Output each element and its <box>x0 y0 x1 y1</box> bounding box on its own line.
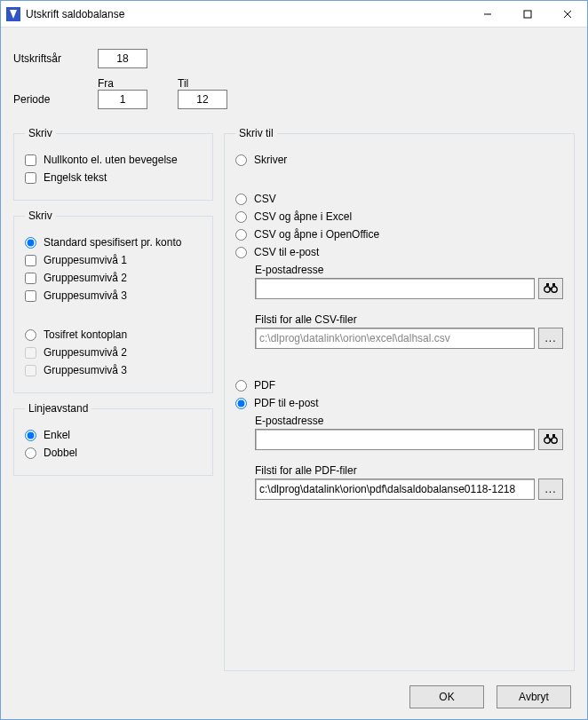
period-to-input[interactable] <box>178 90 227 109</box>
maximize-button[interactable] <box>507 1 547 27</box>
period-headers: Fra Til <box>98 77 575 90</box>
csv-mail-radio[interactable] <box>235 247 247 258</box>
skrivtil-group: Skriv til Skriver CSV CSV og åpne i Exce… <box>224 127 575 671</box>
linespacing-legend: Linjeavstand <box>25 402 91 415</box>
g1-checkbox[interactable] <box>25 255 36 266</box>
csv-radio-label[interactable]: CSV <box>235 193 563 205</box>
g3-checkbox[interactable] <box>25 290 36 302</box>
csv-excel-radio[interactable] <box>235 211 247 223</box>
cancel-button[interactable]: Avbryt <box>497 685 571 708</box>
ok-button[interactable]: OK <box>409 685 484 708</box>
tosifret-text: Tosifret kontoplan <box>44 328 127 341</box>
engelsk-checkbox[interactable] <box>25 172 36 184</box>
svg-rect-7 <box>549 288 552 289</box>
client-area: Utskriftsår Fra Til Periode Skriv Nullko… <box>1 28 587 719</box>
skriver-text: Skriver <box>254 154 287 166</box>
standard-radio-label[interactable]: Standard spesifisert pr. konto <box>25 236 202 249</box>
g1-checkbox-label[interactable]: Gruppesumvivå 1 <box>25 254 202 266</box>
enkel-radio[interactable] <box>25 430 36 441</box>
titlebar: Utskrift saldobalanse <box>1 1 587 28</box>
nullkonto-checkbox[interactable] <box>25 154 36 166</box>
skrivtil-legend: Skriv til <box>235 127 277 139</box>
g3b-text: Gruppesumvivå 3 <box>44 364 127 376</box>
ellipsis-icon: ... <box>544 483 556 495</box>
svg-point-10 <box>544 438 550 443</box>
skriv-spec-legend: Skriv <box>25 210 56 222</box>
skriv-spec-group: Skriv Standard spesifisert pr. konto Gru… <box>13 210 213 393</box>
left-column: Skriv Nullkonto el. uten bevegelse Engel… <box>13 127 213 680</box>
svg-point-11 <box>552 438 557 443</box>
pdf-path-browse-button[interactable]: ... <box>538 479 563 500</box>
standard-text: Standard spesifisert pr. konto <box>44 236 181 249</box>
minimize-button[interactable] <box>467 1 507 27</box>
skriver-radio[interactable] <box>235 154 247 166</box>
binoculars-icon <box>544 432 558 447</box>
csv-path-label: Filsti for alle CSV-filer <box>255 313 563 326</box>
pdf-mail-radio-label[interactable]: PDF til e-post <box>235 397 563 409</box>
skriv-options-group: Skriv Nullkonto el. uten bevegelse Engel… <box>13 127 213 201</box>
year-input[interactable] <box>98 49 147 68</box>
nullkonto-checkbox-label[interactable]: Nullkonto el. uten bevegelse <box>25 154 202 166</box>
year-row: Utskriftsår <box>13 49 575 68</box>
engelsk-checkbox-label[interactable]: Engelsk tekst <box>25 171 202 184</box>
pdf-email-input[interactable] <box>255 429 535 450</box>
pdf-email-label: E-postadresse <box>255 415 563 427</box>
year-label: Utskriftsår <box>13 52 98 65</box>
svg-rect-14 <box>552 434 555 437</box>
svg-rect-13 <box>546 434 549 437</box>
csv-path-browse-button[interactable]: ... <box>538 328 563 349</box>
pdf-radio-label[interactable]: PDF <box>235 379 563 392</box>
svg-point-5 <box>544 287 550 292</box>
period-from-input[interactable] <box>98 90 147 109</box>
enkel-text: Enkel <box>44 429 70 441</box>
pdf-mail-radio[interactable] <box>235 398 247 409</box>
g2b-checkbox <box>25 347 36 359</box>
g2-text: Gruppesumvivå 2 <box>44 272 127 284</box>
svg-rect-12 <box>549 439 552 440</box>
csv-oo-text: CSV og åpne i OpenOffice <box>254 228 379 241</box>
dobbel-radio[interactable] <box>25 447 36 459</box>
app-icon <box>6 7 20 21</box>
period-label: Periode <box>13 93 98 106</box>
pdf-text: PDF <box>254 379 275 392</box>
csv-mail-radio-label[interactable]: CSV til e-post <box>235 246 563 258</box>
window-buttons <box>467 1 587 27</box>
to-label: Til <box>178 77 227 90</box>
csv-email-lookup-button[interactable] <box>538 278 563 299</box>
skriv-options-legend: Skriv <box>25 127 56 139</box>
csv-path-input[interactable] <box>255 328 535 349</box>
enkel-radio-label[interactable]: Enkel <box>25 429 202 441</box>
pdf-email-lookup-button[interactable] <box>538 429 563 450</box>
g2-checkbox[interactable] <box>25 273 36 284</box>
pdf-path-input[interactable] <box>255 479 535 500</box>
dialog-footer: OK Avbryt <box>13 680 575 710</box>
csv-excel-radio-label[interactable]: CSV og åpne i Excel <box>235 210 563 223</box>
csv-email-input[interactable] <box>255 278 535 299</box>
csv-oo-radio-label[interactable]: CSV og åpne i OpenOffice <box>235 228 563 241</box>
pdf-path-label: Filsti for alle PDF-filer <box>255 464 563 477</box>
tosifret-radio[interactable] <box>25 329 36 341</box>
csv-oo-radio[interactable] <box>235 229 247 241</box>
g2-checkbox-label[interactable]: Gruppesumvivå 2 <box>25 272 202 284</box>
engelsk-text: Engelsk tekst <box>44 171 107 184</box>
csv-email-label: E-postadresse <box>255 264 563 276</box>
csv-radio[interactable] <box>235 194 247 205</box>
pdf-radio[interactable] <box>235 380 247 392</box>
csv-mail-text: CSV til e-post <box>254 246 319 258</box>
standard-radio[interactable] <box>25 237 36 249</box>
dobbel-radio-label[interactable]: Dobbel <box>25 447 202 459</box>
ellipsis-icon: ... <box>544 332 556 344</box>
csv-text: CSV <box>254 193 276 205</box>
skriver-radio-label[interactable]: Skriver <box>235 154 563 166</box>
tosifret-radio-label[interactable]: Tosifret kontoplan <box>25 328 202 341</box>
svg-point-6 <box>552 287 557 292</box>
binoculars-icon <box>544 281 558 296</box>
csv-excel-text: CSV og åpne i Excel <box>254 210 352 223</box>
g3-checkbox-label[interactable]: Gruppesumvivå 3 <box>25 289 202 302</box>
pdf-mail-text: PDF til e-post <box>254 397 319 409</box>
nullkonto-text: Nullkonto el. uten bevegelse <box>44 154 178 166</box>
dobbel-text: Dobbel <box>44 447 77 459</box>
period-row: Periode <box>13 90 575 109</box>
window: Utskrift saldobalanse Utskriftsår Fra Ti… <box>0 0 588 720</box>
close-button[interactable] <box>547 1 587 27</box>
